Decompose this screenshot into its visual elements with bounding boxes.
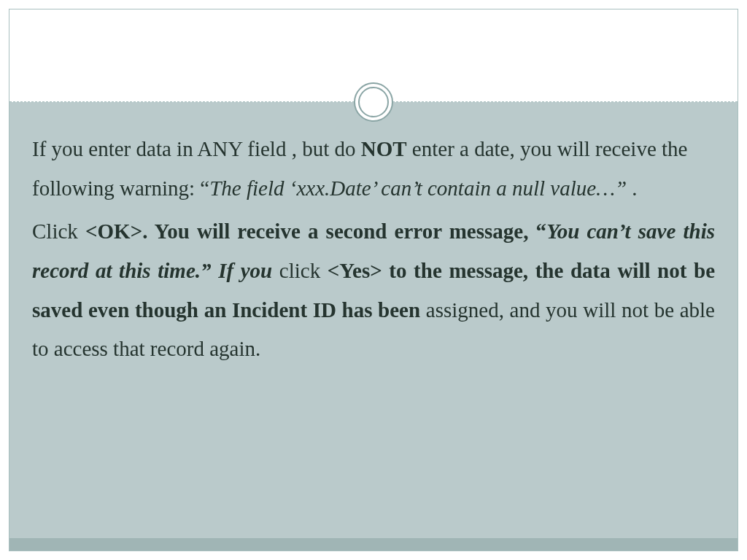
p1-text-3: . bbox=[627, 176, 638, 200]
slide: If you enter data in ANY field , but do … bbox=[0, 0, 747, 560]
p1-quote: The field ‘xxx.Date’ can’t contain a nul… bbox=[209, 176, 627, 200]
paragraph-2: Click <OK>. You will receive a second er… bbox=[32, 212, 715, 369]
p1-text-1: If you enter data in ANY field , but do bbox=[32, 137, 361, 160]
ornament-ring-icon bbox=[354, 82, 393, 122]
bottom-accent-bar bbox=[9, 538, 738, 551]
p2-text-2: click bbox=[279, 259, 328, 282]
p1-not: NOT bbox=[361, 137, 407, 160]
body-text: If you enter data in ANY field , but do … bbox=[32, 130, 715, 373]
paragraph-1: If you enter data in ANY field , but do … bbox=[32, 130, 715, 208]
ornament-ring-inner-icon bbox=[358, 87, 389, 117]
p2-bold-1: <OK>. You will receive a second error me… bbox=[85, 219, 546, 243]
p2-text-1: Click bbox=[32, 219, 85, 243]
